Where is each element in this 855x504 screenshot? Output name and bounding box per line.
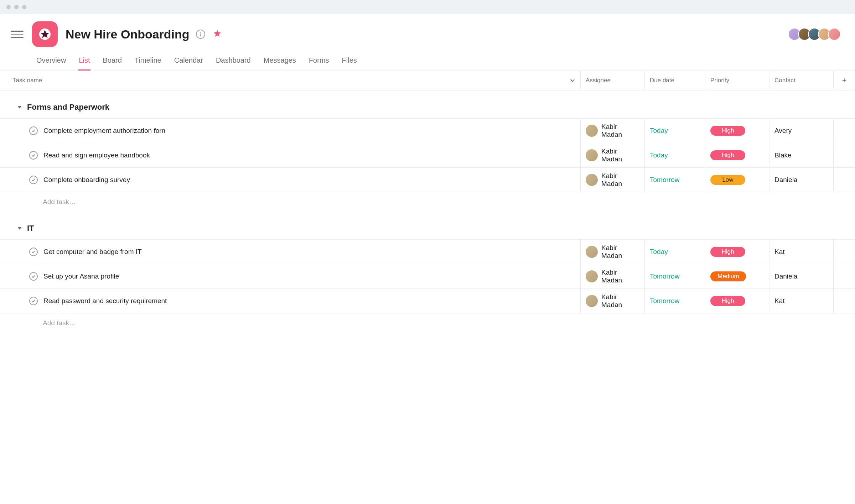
complete-checkbox[interactable] xyxy=(29,151,38,160)
complete-checkbox[interactable] xyxy=(29,248,38,256)
column-priority[interactable]: Priority xyxy=(705,71,770,90)
tab-files[interactable]: Files xyxy=(341,53,358,71)
due-date: Today xyxy=(650,151,668,159)
task-row[interactable]: Set up your Asana profile Kabir Madan To… xyxy=(0,264,855,289)
tab-calendar[interactable]: Calendar xyxy=(173,53,204,71)
assignee-cell[interactable]: Kabir Madan xyxy=(581,264,645,289)
due-date-cell[interactable]: Tomorrow xyxy=(645,168,705,192)
task-name: Complete onboarding survey xyxy=(43,176,130,184)
task-row[interactable]: Get computer and badge from IT Kabir Mad… xyxy=(0,239,855,264)
priority-cell[interactable]: Low xyxy=(705,168,770,192)
contact-cell[interactable]: Daniela xyxy=(770,168,834,192)
tab-board[interactable]: Board xyxy=(102,53,122,71)
complete-checkbox[interactable] xyxy=(29,272,38,281)
assignee-cell[interactable]: Kabir Madan xyxy=(581,119,645,143)
priority-pill: High xyxy=(710,150,745,160)
priority-cell[interactable]: High xyxy=(705,240,770,264)
column-task-name[interactable]: Task name xyxy=(0,71,581,90)
empty-cell xyxy=(834,240,855,264)
task-name-cell[interactable]: Complete onboarding survey xyxy=(0,168,581,192)
column-assignee[interactable]: Assignee xyxy=(581,71,645,90)
priority-cell[interactable]: High xyxy=(705,119,770,143)
tab-list[interactable]: List xyxy=(78,53,90,71)
task-name-cell[interactable]: Get computer and badge from IT xyxy=(0,240,581,264)
section-header[interactable]: Forms and Paperwork xyxy=(0,90,581,118)
avatar xyxy=(586,246,598,258)
empty-cell xyxy=(834,168,855,192)
add-task-button[interactable]: Add task… xyxy=(0,313,581,333)
due-date-cell[interactable]: Tomorrow xyxy=(645,264,705,289)
due-date: Tomorrow xyxy=(650,176,679,184)
avatar xyxy=(828,28,841,41)
tab-overview[interactable]: Overview xyxy=(36,53,67,71)
assignee-name: Kabir Madan xyxy=(601,172,639,188)
window-dot xyxy=(22,5,26,9)
window-chrome xyxy=(0,0,855,14)
assignee-name: Kabir Madan xyxy=(601,269,639,284)
assignee-cell[interactable]: Kabir Madan xyxy=(581,143,645,167)
assignee-cell[interactable]: Kabir Madan xyxy=(581,289,645,313)
add-column-button[interactable]: + xyxy=(834,71,855,90)
due-date-cell[interactable]: Tomorrow xyxy=(645,289,705,313)
tab-timeline[interactable]: Timeline xyxy=(134,53,162,71)
task-row[interactable]: Complete employment authorization forn K… xyxy=(0,118,855,143)
complete-checkbox[interactable] xyxy=(29,176,38,184)
task-name-cell[interactable]: Set up your Asana profile xyxy=(0,264,581,289)
caret-down-icon[interactable] xyxy=(17,103,22,112)
task-row[interactable]: Read password and security requirement K… xyxy=(0,289,855,313)
column-contact[interactable]: Contact xyxy=(770,71,834,90)
task-row[interactable]: Complete onboarding survey Kabir Madan T… xyxy=(0,167,855,192)
project-members[interactable] xyxy=(791,28,841,41)
task-name: Read password and security requirement xyxy=(43,297,167,305)
due-date-cell[interactable]: Today xyxy=(645,143,705,167)
column-label: Assignee xyxy=(586,77,611,84)
add-task-button[interactable]: Add task… xyxy=(0,192,581,212)
task-row[interactable]: Read and sign employee handbook Kabir Ma… xyxy=(0,143,855,167)
tab-forms[interactable]: Forms xyxy=(308,53,330,71)
empty-cell xyxy=(834,143,855,167)
contact-cell[interactable]: Kat xyxy=(770,240,834,264)
avatar xyxy=(586,270,598,282)
column-due-date[interactable]: Due date xyxy=(645,71,705,90)
empty-cell xyxy=(834,289,855,313)
contact-name: Blake xyxy=(774,151,792,159)
priority-pill: Medium xyxy=(710,271,746,281)
hamburger-menu-icon[interactable] xyxy=(11,28,24,41)
section-title: IT xyxy=(27,224,34,233)
due-date-cell[interactable]: Today xyxy=(645,240,705,264)
due-date: Today xyxy=(650,127,668,135)
complete-checkbox[interactable] xyxy=(29,297,38,305)
tab-dashboard[interactable]: Dashboard xyxy=(215,53,252,71)
caret-down-icon[interactable] xyxy=(17,224,22,233)
tab-messages[interactable]: Messages xyxy=(263,53,297,71)
assignee-cell[interactable]: Kabir Madan xyxy=(581,240,645,264)
task-name: Get computer and badge from IT xyxy=(43,248,142,256)
complete-checkbox[interactable] xyxy=(29,126,38,135)
contact-cell[interactable]: Avery xyxy=(770,119,834,143)
header: New Hire Onboarding i xyxy=(0,14,855,47)
info-icon[interactable]: i xyxy=(196,30,205,39)
chevron-down-icon[interactable] xyxy=(570,78,575,83)
assignee-name: Kabir Madan xyxy=(601,147,639,163)
task-name-cell[interactable]: Read and sign employee handbook xyxy=(0,143,581,167)
contact-cell[interactable]: Daniela xyxy=(770,264,834,289)
window-dot xyxy=(6,5,11,9)
contact-cell[interactable]: Blake xyxy=(770,143,834,167)
priority-pill: High xyxy=(710,126,745,136)
assignee-cell[interactable]: Kabir Madan xyxy=(581,168,645,192)
task-name-cell[interactable]: Read password and security requirement xyxy=(0,289,581,313)
empty-cell xyxy=(834,119,855,143)
empty-cell xyxy=(834,264,855,289)
priority-cell[interactable]: High xyxy=(705,289,770,313)
project-title[interactable]: New Hire Onboarding xyxy=(66,27,190,41)
avatar xyxy=(586,149,598,161)
priority-cell[interactable]: High xyxy=(705,143,770,167)
section-header[interactable]: IT xyxy=(0,212,581,239)
priority-cell[interactable]: Medium xyxy=(705,264,770,289)
contact-cell[interactable]: Kat xyxy=(770,289,834,313)
star-icon[interactable] xyxy=(213,29,222,39)
task-name-cell[interactable]: Complete employment authorization forn xyxy=(0,119,581,143)
due-date-cell[interactable]: Today xyxy=(645,119,705,143)
column-label: Due date xyxy=(650,77,674,84)
column-label: Priority xyxy=(710,77,729,84)
